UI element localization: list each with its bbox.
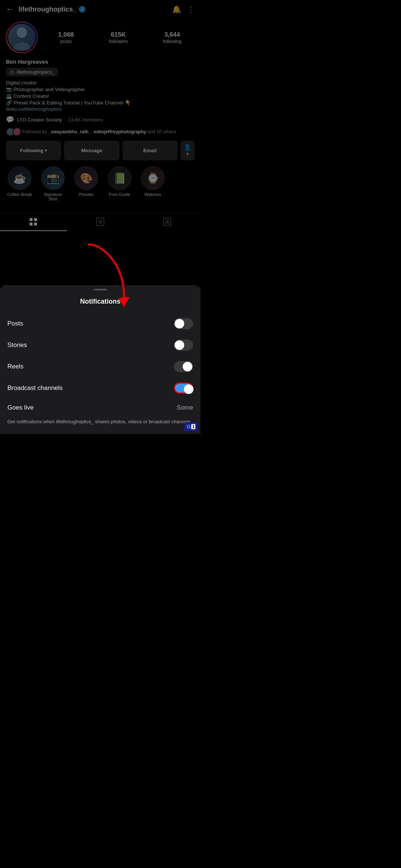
notification-label-goes-live: Goes live (7, 404, 34, 411)
notification-row-stories: Stories (0, 334, 200, 356)
goes-live-value[interactable]: Some (177, 404, 193, 411)
toggle-stories[interactable] (174, 340, 193, 351)
notifications-sheet: Notifications Posts Stories Reels Broadc… (0, 285, 200, 434)
watermark: G 1 (184, 422, 198, 431)
notification-row-reels: Reels (0, 356, 200, 377)
notification-label-broadcast: Broadcast channels (7, 384, 63, 392)
toggle-reels[interactable] (174, 361, 193, 372)
toggle-thumb-broadcast (184, 384, 193, 394)
notification-row-broadcast: Broadcast channels (0, 377, 200, 399)
notification-label-reels: Reels (7, 363, 23, 370)
watermark-1: 1 (191, 424, 195, 429)
toggle-posts[interactable] (174, 318, 193, 329)
notification-label-stories: Stories (7, 341, 27, 349)
toggle-thumb-stories (175, 340, 184, 350)
notification-row-goes-live: Goes live Some (0, 399, 200, 417)
sheet-footer-text: Get notifications when lifethroughoptics… (0, 417, 200, 427)
toggle-broadcast[interactable] (174, 383, 193, 394)
notification-row-posts: Posts (0, 313, 200, 334)
sheet-handle (94, 289, 107, 290)
toggle-thumb-posts (175, 319, 184, 328)
sheet-title: Notifications (0, 298, 200, 306)
toggle-thumb-reels (183, 362, 192, 371)
notification-label-posts: Posts (7, 320, 23, 327)
watermark-g: G (186, 424, 191, 430)
